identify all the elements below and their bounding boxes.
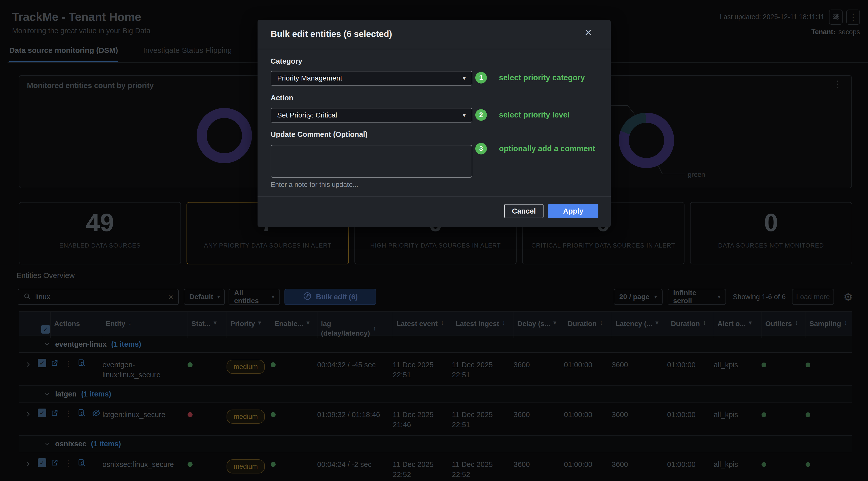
filter-caret-icon[interactable]: ▾ (258, 319, 261, 326)
alert-cell: all_kpis (714, 452, 762, 481)
priority-badge[interactable]: medium (226, 410, 265, 424)
sort-icon[interactable]: ↕ (795, 319, 798, 326)
filter-caret-icon[interactable]: ▾ (214, 319, 217, 326)
search-input[interactable] (35, 293, 164, 301)
comment-textarea[interactable] (271, 145, 472, 178)
table-row[interactable]: ⋮latgen:linux_securemedium01:09:32 / 01:… (19, 403, 852, 436)
row-checkbox[interactable] (38, 458, 46, 467)
sort-icon[interactable]: ↕ (844, 319, 847, 326)
col-header-3[interactable]: Priority▾ (226, 312, 271, 338)
caret-down-icon: ▾ (217, 294, 220, 300)
gear-icon: ⚙ (843, 291, 853, 303)
sort-icon[interactable]: ↕ (600, 319, 603, 326)
col-header-8[interactable]: Delay (s...▾ (514, 312, 564, 338)
col-header-1[interactable]: Entity↕ (102, 312, 188, 338)
col-header-14[interactable]: Sampling↕ (806, 312, 852, 338)
external-link-icon[interactable] (50, 409, 59, 417)
priority-badge[interactable]: medium (226, 459, 265, 474)
step-annotation: optionally add a comment (499, 144, 595, 153)
step-annotation: select priority level (499, 110, 570, 120)
col-header-12[interactable]: Alert o...▾ (714, 312, 762, 338)
row-checkbox[interactable] (38, 359, 46, 367)
filter-default-dropdown[interactable]: Default ▾ (184, 289, 225, 305)
group-row-latgen[interactable]: latgen(1 items) (19, 386, 852, 403)
summary-card-0[interactable]: 49ENABLED DATA SOURCES (19, 202, 181, 264)
col-header-11[interactable]: Duration↕ (667, 312, 714, 338)
document-search-icon[interactable] (78, 359, 86, 367)
sort-icon[interactable]: ↕ (440, 319, 444, 326)
col-header-6[interactable]: Latest event↕ (393, 312, 452, 338)
sort-icon[interactable]: ↕ (373, 324, 376, 332)
lag-cell: 00:04:32 / -45 sec (317, 353, 393, 385)
tab-0[interactable]: Data source monitoring (DSM) (9, 46, 118, 63)
row-menu-icon[interactable]: ⋮ (64, 459, 72, 468)
sort-icon[interactable]: ↕ (128, 319, 132, 326)
sampling-dot (806, 412, 810, 417)
header-menu-button[interactable]: ⋮ (846, 9, 860, 25)
comment-label: Update Comment (Optional) (271, 130, 368, 139)
bulk-edit-button[interactable]: Bulk edit (6) (284, 289, 376, 305)
page-size-label: 20 / page (619, 293, 650, 301)
action-value: Set Priority: Critical (277, 111, 337, 119)
search-clear-icon[interactable]: × (168, 293, 173, 301)
load-more-button[interactable]: Load more (792, 289, 834, 305)
row-menu-icon[interactable]: ⋮ (64, 359, 72, 368)
col-header-5[interactable]: lag(delay/latency)↕ (317, 312, 393, 338)
close-icon[interactable]: × (585, 26, 592, 38)
table-settings-button[interactable]: ⚙ (843, 289, 853, 305)
filter-caret-icon[interactable]: ▾ (553, 319, 557, 326)
trackme-app: TrackMe - Tenant Home Monitoring the gre… (0, 0, 868, 481)
document-search-icon[interactable] (78, 458, 86, 467)
category-select[interactable]: Priority Management ▾ (271, 71, 472, 86)
row-expander[interactable] (19, 403, 38, 435)
filter-entities-dropdown[interactable]: All entities ▾ (228, 289, 280, 305)
action-select[interactable]: Set Priority: Critical ▾ (271, 108, 472, 123)
filter-caret-icon[interactable]: ▾ (655, 319, 658, 326)
sort-icon[interactable]: ↕ (502, 319, 505, 326)
summary-card-4[interactable]: 0DATA SOURCES NOT MONITORED (690, 202, 852, 264)
category-label: Category (271, 57, 302, 65)
cancel-button[interactable]: Cancel (504, 204, 544, 218)
col-header-2[interactable]: Stat...▾ (188, 312, 226, 338)
group-row-eventgen-linux[interactable]: eventgen-linux(1 items) (19, 336, 852, 353)
lag-cell-line: 01:09:32 / 01:18:46 (317, 410, 393, 420)
row-expander[interactable] (19, 353, 38, 385)
col-header-13[interactable]: Outliers↕ (762, 312, 806, 338)
document-search-icon[interactable] (78, 409, 86, 417)
scroll-mode-dropdown[interactable]: Infinite scroll ▾ (668, 289, 726, 305)
col-header-9[interactable]: Duration↕ (564, 312, 612, 338)
tab-1[interactable]: Investigate Status Flipping (143, 46, 232, 63)
priority-cell: medium (226, 452, 271, 481)
table-row[interactable]: ⋮eventgen-linux:linux_securemedium00:04:… (19, 353, 852, 386)
sort-icon[interactable]: ↕ (703, 319, 706, 326)
apply-button[interactable]: Apply (548, 204, 598, 218)
filter-caret-icon[interactable]: ▾ (749, 319, 752, 326)
col-header-7[interactable]: Latest ingest↕ (452, 312, 514, 338)
col-header-10[interactable]: Latency (...▾ (612, 312, 667, 338)
card-value: 0 (690, 208, 851, 237)
row-expander[interactable] (19, 452, 38, 481)
header-checkbox[interactable] (41, 325, 50, 333)
row-checkbox[interactable] (38, 409, 46, 417)
table-row[interactable]: ⋮osnixsec:linux_securemedium00:04:24 / -… (19, 452, 852, 481)
duration2-cell: 01:00:00 (667, 353, 714, 385)
col-label-line2: (delay/latency) (321, 328, 370, 338)
external-link-icon[interactable] (50, 458, 59, 467)
col-label-line: Priority (230, 319, 255, 328)
group-row-osnixsec[interactable]: osnixsec(1 items) (19, 436, 852, 452)
latest-ingest-cell-line: 11 Dec 2025 (452, 459, 514, 470)
duration-cell: 01:00:00 (564, 403, 612, 435)
row-menu-icon[interactable]: ⋮ (64, 409, 72, 418)
external-link-icon[interactable] (50, 359, 59, 367)
entity-search[interactable]: × (18, 289, 179, 305)
priority-badge[interactable]: medium (226, 360, 265, 374)
filter-caret-icon[interactable]: ▾ (306, 319, 310, 326)
col-label: Duration (568, 319, 597, 328)
eye-off-icon[interactable] (92, 409, 101, 418)
delay-cell-line: 3600 (514, 410, 564, 420)
filters-button[interactable] (829, 9, 843, 25)
latest-event-cell-line: 11 Dec 2025 (393, 459, 452, 470)
page-size-dropdown[interactable]: 20 / page ▾ (614, 289, 662, 305)
col-header-0[interactable]: Actions (50, 312, 102, 338)
col-header-4[interactable]: Enable...▾ (271, 312, 317, 338)
